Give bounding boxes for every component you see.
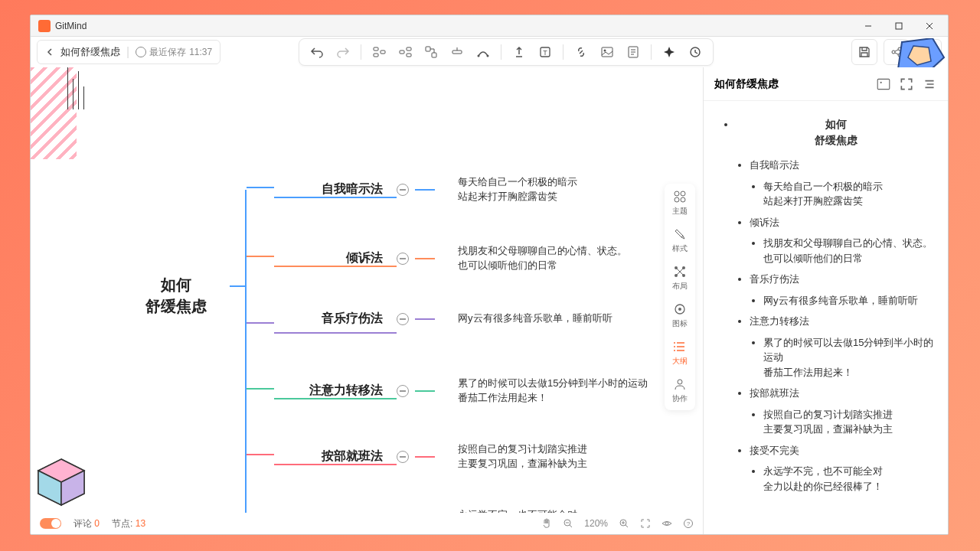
- branch-node[interactable]: 自我暗示法每天给自己一个积极的暗示站起来打开胸腔露齿笑: [291, 175, 577, 204]
- main-toolbar: T: [299, 38, 714, 66]
- outline-item[interactable]: 接受不完美永远学不完，也不可能全对全力以赴的你已经很棒了！: [750, 443, 936, 494]
- side-tools: 主题 样式 布局 图标 大纲 协作: [665, 184, 695, 410]
- svg-point-55: [674, 346, 675, 347]
- close-button[interactable]: [914, 15, 945, 37]
- outline-item[interactable]: 自我暗示法每天给自己一个积极的暗示站起来打开胸腔露齿笑: [750, 158, 936, 209]
- comments-toggle[interactable]: [40, 518, 61, 529]
- collapse-toggle[interactable]: [397, 184, 409, 196]
- branch-label: 倾诉法: [291, 250, 390, 266]
- node-tool-1[interactable]: [420, 41, 443, 64]
- tool-collab[interactable]: 协作: [672, 377, 688, 404]
- svg-point-59: [880, 81, 882, 83]
- svg-rect-58: [877, 79, 890, 89]
- maximize-button[interactable]: [884, 15, 914, 37]
- outline-subitem[interactable]: 按照自己的复习计划踏实推进主要复习巩固，查漏补缺为主: [763, 407, 936, 437]
- svg-text:T: T: [543, 49, 547, 57]
- collapse-toggle[interactable]: [397, 253, 409, 265]
- svg-rect-1: [896, 23, 902, 29]
- minimize-button[interactable]: [853, 15, 884, 37]
- node-tool-2[interactable]: [446, 41, 469, 64]
- decoration-cube: [31, 455, 92, 509]
- branch-detail: 每天给自己一个积极的暗示站起来打开胸腔露齿笑: [435, 175, 577, 204]
- collapse-toggle[interactable]: [397, 451, 409, 463]
- statusbar: 评论 0 节点: 13 120% ?: [31, 513, 703, 534]
- fit-icon[interactable]: [640, 518, 651, 529]
- nodes-label: 节点: 13: [112, 517, 145, 530]
- history-button[interactable]: [684, 41, 707, 64]
- collapse-toggle[interactable]: [397, 313, 409, 325]
- save-info: 最近保存 11:37: [136, 46, 212, 59]
- link-button[interactable]: [570, 41, 593, 64]
- branch-node[interactable]: 注意力转移法累了的时候可以去做15分钟到半小时的运动番茄工作法用起来！: [291, 377, 648, 406]
- outline-subitem[interactable]: 累了的时候可以去做15分钟到半小时的运动番茄工作法用起来！: [763, 335, 936, 380]
- zoom-in-icon[interactable]: [619, 518, 629, 529]
- branch-detail: 找朋友和父母聊聊自己的心情、状态。也可以倾听他们的日常: [435, 244, 627, 273]
- help-icon[interactable]: ?: [683, 518, 694, 529]
- outline-collapse-icon[interactable]: [922, 77, 937, 92]
- branch-node[interactable]: 按部就班法按照自己的复习计划踏实推进主要复习巩固，查漏补缺为主: [291, 442, 587, 471]
- svg-point-54: [674, 342, 675, 344]
- note-button[interactable]: [622, 41, 645, 64]
- svg-point-39: [675, 191, 679, 196]
- clock-icon: [136, 47, 146, 57]
- svg-rect-8: [407, 47, 411, 51]
- ai-button[interactable]: [658, 41, 681, 64]
- svg-point-70: [665, 522, 668, 525]
- outline-item[interactable]: 按部就班法按照自己的复习计划踏实推进主要复习巩固，查漏补缺为主: [750, 386, 936, 437]
- save-button[interactable]: [851, 39, 877, 65]
- text-tool-button[interactable]: T: [534, 41, 557, 64]
- svg-point-41: [675, 197, 679, 202]
- outline-item[interactable]: 音乐疗伤法网y云有很多纯音乐歌单，睡前听听: [750, 272, 936, 308]
- svg-point-42: [681, 197, 685, 202]
- collapse-toggle[interactable]: [397, 385, 409, 397]
- outline-item[interactable]: 倾诉法找朋友和父母聊聊自己的心情、状态。也可以倾听他们的日常: [750, 215, 936, 266]
- svg-point-56: [674, 350, 675, 351]
- image-button[interactable]: [596, 41, 619, 64]
- undo-button[interactable]: [305, 41, 328, 64]
- svg-rect-7: [400, 51, 404, 54]
- branch-label: 注意力转移法: [291, 383, 390, 399]
- add-sibling-button[interactable]: [368, 41, 390, 64]
- outline-subitem[interactable]: 每天给自己一个积极的暗示站起来打开胸腔露齿笑: [763, 179, 936, 209]
- doc-nav[interactable]: 如何舒缓焦虑 | 最近保存 11:37: [37, 40, 220, 64]
- outline-expand-icon[interactable]: [899, 77, 914, 92]
- root-node[interactable]: 如何 舒缓焦虑: [122, 274, 230, 317]
- svg-rect-10: [426, 47, 430, 51]
- format-button[interactable]: [508, 41, 531, 64]
- outline-subitem[interactable]: 网y云有很多纯音乐歌单，睡前听听: [763, 293, 936, 308]
- zoom-out-icon[interactable]: [563, 518, 573, 529]
- svg-rect-9: [407, 54, 411, 57]
- svg-point-21: [604, 50, 606, 52]
- svg-line-65: [570, 525, 572, 527]
- outline-body[interactable]: 如何舒缓焦虑自我暗示法每天给自己一个积极的暗示站起来打开胸腔露齿笑倾诉法找朋友和…: [704, 101, 948, 534]
- tool-outline[interactable]: 大纲: [672, 340, 688, 367]
- preview-icon[interactable]: [662, 518, 672, 529]
- hand-tool-icon[interactable]: [541, 518, 552, 529]
- branch-detail: 网y云有很多纯音乐歌单，睡前听听: [435, 311, 612, 326]
- branch-node[interactable]: 倾诉法找朋友和父母聊聊自己的心情、状态。也可以倾听他们的日常: [291, 244, 627, 273]
- svg-rect-20: [602, 47, 612, 57]
- tool-icon[interactable]: 图标: [672, 302, 688, 329]
- branch-label: 音乐疗伤法: [291, 311, 390, 327]
- outline-item[interactable]: 注意力转移法累了的时候可以去做15分钟到半小时的运动番茄工作法用起来！: [750, 314, 936, 380]
- tool-layout[interactable]: 布局: [672, 265, 688, 292]
- branch-node[interactable]: 音乐疗伤法网y云有很多纯音乐歌单，睡前听听: [291, 311, 612, 327]
- outline-subitem[interactable]: 永远学不完，也不可能全对全力以赴的你已经很棒了！: [763, 464, 936, 494]
- app-icon: [38, 20, 51, 32]
- svg-point-50: [678, 308, 681, 311]
- add-child-button[interactable]: [394, 41, 416, 64]
- zoom-level[interactable]: 120%: [584, 518, 608, 529]
- outline-image-icon[interactable]: [876, 77, 891, 92]
- outline-panel: 如何舒缓焦虑 如何舒缓焦虑自我暗示法每天给自己一个积极的暗示站起来打开胸腔露齿笑…: [703, 67, 948, 534]
- relationship-button[interactable]: [472, 41, 495, 64]
- branch-label: 自我暗示法: [291, 181, 390, 197]
- canvas[interactable]: 如何 舒缓焦虑 自我暗示法每天给自己一个积极的暗示站起来打开胸腔露齿笑倾诉法找朋…: [31, 67, 703, 513]
- svg-point-57: [678, 380, 682, 384]
- tool-theme[interactable]: 主题: [672, 190, 688, 217]
- comments-label: 评论 0: [74, 517, 100, 530]
- app-name: GitMind: [55, 21, 87, 31]
- outline-subitem[interactable]: 找朋友和父母聊聊自己的心情、状态。也可以倾听他们的日常: [763, 236, 936, 266]
- svg-rect-11: [432, 53, 436, 57]
- tool-style[interactable]: 样式: [672, 227, 688, 254]
- redo-button[interactable]: [332, 41, 354, 64]
